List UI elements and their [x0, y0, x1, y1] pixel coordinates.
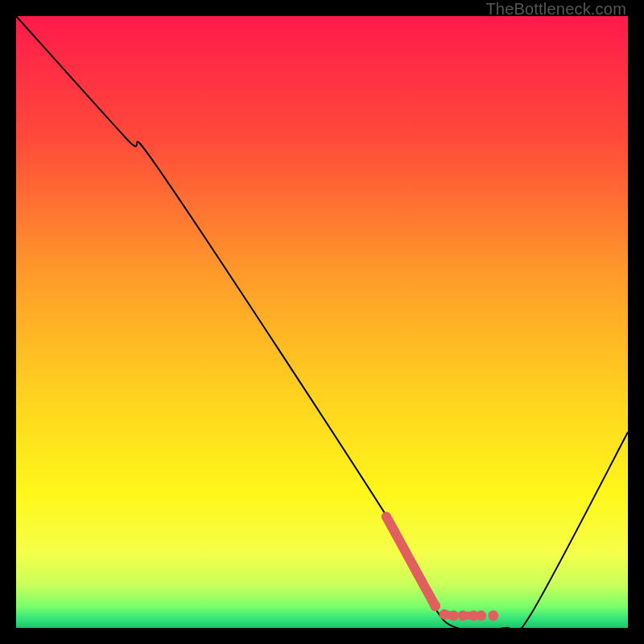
svg-point-2	[430, 601, 440, 611]
watermark-text: TheBottleneck.com	[485, 0, 626, 19]
chart-frame: TheBottleneck.com	[0, 0, 644, 644]
svg-line-9	[444, 614, 453, 616]
optimal-range-marker	[386, 517, 498, 621]
bottleneck-curve	[16, 16, 628, 634]
plot-area	[16, 16, 628, 628]
chart-svg	[16, 16, 628, 628]
svg-point-8	[488, 610, 498, 621]
svg-line-1	[386, 517, 436, 606]
